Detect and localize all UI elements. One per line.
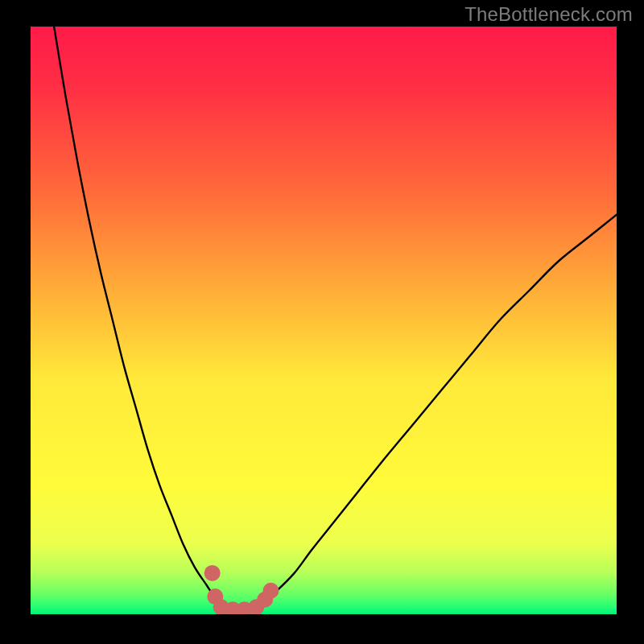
gradient-background (31, 27, 617, 614)
trough-marker (204, 565, 221, 581)
trough-marker (262, 583, 279, 599)
bottleneck-chart (31, 27, 617, 614)
watermark-text: TheBottleneck.com (464, 3, 633, 26)
chart-frame: TheBottleneck.com (0, 0, 644, 644)
